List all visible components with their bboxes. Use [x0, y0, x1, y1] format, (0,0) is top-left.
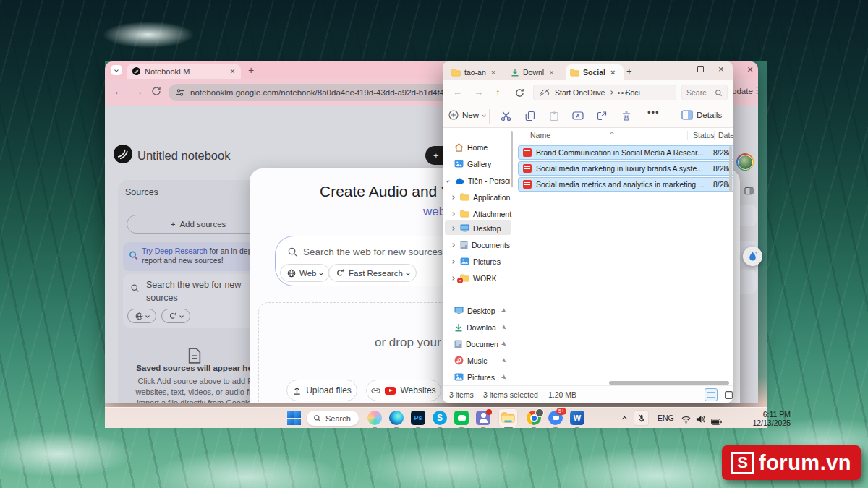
skype-icon[interactable]: S	[433, 411, 447, 425]
start-button[interactable]	[287, 411, 302, 426]
file-row[interactable]: Social media metrics and analytics in ma…	[518, 177, 733, 192]
breadcrumb-onedrive[interactable]: Start OneDrive	[555, 88, 605, 97]
sidebar-pinned-music[interactable]: Music ➤	[443, 353, 512, 368]
back-icon[interactable]: ←	[114, 85, 124, 97]
site-info-icon[interactable]	[176, 88, 184, 97]
line-icon[interactable]	[454, 411, 469, 425]
up-icon[interactable]: ↑	[495, 87, 501, 98]
new-button[interactable]: New	[448, 110, 485, 120]
sync-error-badge: ×	[457, 278, 463, 283]
back-icon[interactable]: ←	[453, 87, 462, 98]
battery-icon[interactable]	[711, 415, 722, 428]
list-scrollbar[interactable]	[729, 146, 732, 192]
expand-icon[interactable]	[451, 195, 455, 200]
column-header-date[interactable]: Date	[718, 131, 733, 140]
microphone-muted-icon[interactable]	[634, 410, 649, 426]
file-explorer-taskbar-icon[interactable]	[501, 412, 516, 427]
clock-time[interactable]: 6:11 PM	[753, 410, 791, 419]
tab-close-icon[interactable]: ×	[549, 68, 553, 77]
thumbnail-view-button[interactable]	[722, 388, 735, 401]
chrome-menu-icon[interactable]: ⋮	[752, 85, 762, 95]
sidebar-item-gallery[interactable]: Gallery	[443, 156, 512, 171]
forward-icon[interactable]: →	[474, 87, 483, 98]
sidebar-item-documents[interactable]: Documents	[443, 237, 512, 252]
sidebar-item-work[interactable]: × WORK	[443, 270, 512, 286]
sidebar-scrollbar[interactable]	[511, 131, 513, 187]
studio-panel-collapse-icon[interactable]	[744, 185, 754, 198]
breadcrumb-ellipsis-icon[interactable]	[618, 92, 620, 94]
sidebar-item-attachment[interactable]: Attachment	[443, 206, 512, 221]
breadcrumb[interactable]: Start OneDrive Soci	[533, 85, 676, 100]
browser-tab-notebooklm[interactable]: NotebookLM ×	[127, 64, 241, 79]
research-mode-dropdown[interactable]	[161, 309, 190, 323]
copilot-icon[interactable]	[367, 411, 382, 425]
tab-close-icon[interactable]: ×	[491, 68, 495, 77]
sidebar-item-pictures[interactable]: Pictures	[443, 254, 512, 269]
notebook-title[interactable]: Untitled notebook	[137, 149, 230, 163]
file-row[interactable]: Brand Communication in Social Media A Re…	[518, 145, 733, 160]
maximize-icon[interactable]	[697, 66, 704, 72]
add-sources-button[interactable]: + Add sources	[127, 215, 270, 234]
rename-icon[interactable]	[572, 111, 584, 124]
expand-icon[interactable]	[451, 212, 455, 216]
horizontal-scrollbar[interactable]	[609, 381, 729, 385]
close-icon[interactable]: ×	[718, 64, 724, 74]
expand-icon[interactable]	[446, 179, 450, 183]
sidebar-item-onedrive[interactable]: Tiên - Person	[443, 173, 512, 188]
browser-close-icon[interactable]: ×	[747, 64, 753, 75]
tab-close-icon[interactable]: ×	[230, 67, 235, 77]
photoshop-icon[interactable]: Ps	[411, 411, 425, 425]
copy-icon[interactable]	[525, 111, 535, 124]
delete-icon[interactable]	[621, 111, 631, 124]
explorer-tab-tao-an[interactable]: tao-an×	[447, 64, 503, 80]
minimize-icon[interactable]: –	[676, 63, 681, 74]
chrome-update-chip[interactable]: odate	[732, 87, 753, 95]
fast-research-chip[interactable]: Fast Research	[328, 264, 417, 282]
explorer-search-box[interactable]: Searc	[681, 85, 728, 100]
column-header-name[interactable]: Name	[530, 131, 550, 140]
reload-icon[interactable]	[151, 86, 161, 99]
wifi-icon[interactable]	[681, 414, 691, 427]
web-chip[interactable]: Web	[280, 264, 330, 282]
breadcrumb-current[interactable]: Soci	[625, 88, 639, 97]
expand-icon[interactable]	[451, 260, 455, 264]
floating-assistant-bubble[interactable]	[743, 247, 762, 266]
sidebar-pinned-desktop[interactable]: Desktop ➤	[443, 303, 512, 318]
expand-icon[interactable]	[451, 243, 455, 247]
cut-icon[interactable]	[501, 111, 511, 124]
sidebar-item-desktop[interactable]: Desktop	[443, 221, 512, 236]
new-tab-icon[interactable]: +	[248, 64, 254, 76]
language-indicator[interactable]: ENG	[658, 414, 674, 422]
sidebar-pinned-documents[interactable]: Documen ➤	[443, 336, 512, 351]
clock-date[interactable]: 12/13/2025	[744, 419, 791, 427]
edge-icon[interactable]	[389, 411, 404, 425]
upload-files-button[interactable]: Upload files	[286, 380, 357, 401]
expand-icon[interactable]	[451, 226, 455, 231]
chevron-right-icon[interactable]	[610, 90, 614, 95]
file-row[interactable]: Social media marketing in luxury brands …	[518, 161, 733, 176]
deep-research-link[interactable]: Try Deep Research	[142, 247, 208, 255]
speaker-icon[interactable]	[696, 414, 705, 427]
sidebar-item-home[interactable]: Home	[443, 140, 512, 155]
more-options-icon[interactable]: •••	[647, 107, 660, 118]
tab-close-icon[interactable]: ×	[610, 68, 615, 77]
profile-avatar[interactable]	[736, 153, 754, 171]
expand-icon[interactable]	[451, 276, 455, 281]
list-view-button[interactable]	[705, 388, 718, 401]
sidebar-pinned-downloads[interactable]: Downloa ➤	[443, 320, 512, 335]
taskbar-search[interactable]: Search	[307, 411, 359, 426]
share-icon[interactable]	[597, 111, 607, 124]
details-pane-button[interactable]: Details	[681, 110, 722, 120]
word-icon[interactable]: W	[570, 411, 584, 425]
web-source-dropdown[interactable]	[127, 309, 156, 323]
new-tab-icon[interactable]: +	[626, 66, 632, 77]
websites-button[interactable]: Websites	[366, 380, 441, 401]
tray-expand-icon[interactable]	[622, 416, 627, 421]
refresh-icon[interactable]	[515, 87, 524, 100]
column-header-status[interactable]: Status	[693, 131, 715, 140]
explorer-tab-downloads[interactable]: Downl×	[506, 64, 563, 80]
forward-icon[interactable]: →	[133, 85, 143, 97]
explorer-tab-social[interactable]: Social×	[566, 64, 624, 80]
sidebar-item-application[interactable]: Application	[443, 189, 512, 205]
tab-search-chevron-button[interactable]	[111, 65, 122, 75]
